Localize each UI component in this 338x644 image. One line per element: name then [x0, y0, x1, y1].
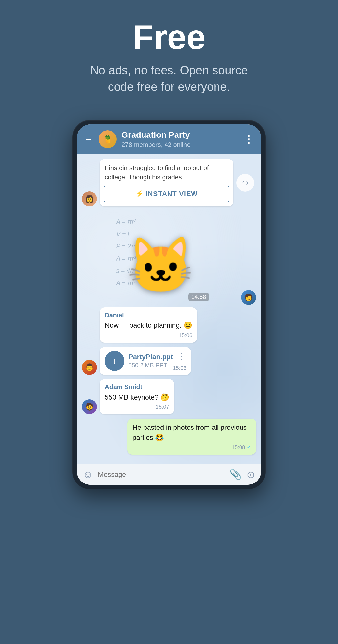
sticker-area: A = πr² V = l³ P = 2πr A = πr² s = √(r²+… [109, 211, 213, 305]
avatar-image: 🍍 [99, 130, 117, 148]
share-button[interactable]: ↪ [236, 174, 254, 192]
avatar-emoji: 🧔 [85, 403, 94, 411]
instant-view-button[interactable]: ⚡ INSTANT VIEW [104, 186, 229, 202]
message-time: 15:06 [105, 332, 192, 338]
message-text: 550 MB keynote? 🤔 [105, 392, 169, 402]
read-checkmark: ✓ [247, 444, 251, 450]
avatar-spacer [82, 328, 97, 342]
own-message-text: He pasted in photos from all previous pa… [132, 422, 251, 443]
hero-section: Free No ads, no fees. Open source code f… [0, 0, 338, 110]
message-sender: Daniel [105, 311, 192, 319]
message-row: 👩 Einstein struggled to find a job out o… [82, 159, 256, 206]
cat-sticker: 🐱 [127, 234, 195, 298]
chat-status: 278 members, 42 online [121, 141, 239, 148]
phone-screen: ← 🍍 Graduation Party 278 members, 42 onl… [77, 124, 261, 485]
avatar: 👩 [82, 192, 97, 206]
avatar-emoji: 👨 [85, 363, 94, 371]
link-preview-text: Einstein struggled to find a job out of … [100, 159, 233, 186]
chat-info: Graduation Party 278 members, 42 online [121, 130, 239, 148]
chat-name: Graduation Party [121, 130, 239, 140]
own-message-time: 15:08 ✓ [132, 444, 251, 450]
file-menu-button[interactable]: ⋮ [177, 351, 186, 362]
message-bubble: Daniel Now — back to planning. 😉 15:06 [100, 308, 197, 342]
avatar-man2: 👨 [82, 360, 97, 375]
file-download-button[interactable]: ↓ [105, 351, 124, 371]
link-preview-bubble: Einstein struggled to find a job out of … [100, 159, 233, 206]
message-sender: Adam Smidt [105, 383, 169, 391]
avatar-man1: 🧑 [241, 290, 256, 305]
phone-container: ← 🍍 Graduation Party 278 members, 42 onl… [72, 120, 266, 489]
file-time: 15:06 [173, 365, 186, 371]
chat-header: ← 🍍 Graduation Party 278 members, 42 onl… [77, 124, 261, 154]
emoji-button[interactable]: ☺ [83, 469, 93, 480]
hero-title: Free [132, 20, 206, 54]
attach-button[interactable]: 📎 [229, 469, 242, 480]
file-bubble: ↓ PartyPlan.ppt 550.2 MB PPT ⋮ 15:06 [100, 347, 191, 375]
own-message-row: He pasted in photos from all previous pa… [82, 418, 256, 454]
instant-view-icon: ⚡ [135, 190, 143, 198]
file-size: 550.2 MB PPT [128, 362, 173, 369]
phone-shell: ← 🍍 Graduation Party 278 members, 42 onl… [72, 120, 266, 489]
download-icon: ↓ [112, 356, 117, 366]
chat-input-bar: ☺ 📎 ⊙ [77, 464, 261, 485]
own-message-bubble: He pasted in photos from all previous pa… [127, 418, 256, 454]
message-time: 15:07 [105, 404, 169, 410]
file-info: PartyPlan.ppt 550.2 MB PPT [128, 353, 173, 369]
sticker-time: 14:58 [188, 292, 209, 302]
message-row: Daniel Now — back to planning. 😉 15:06 [82, 308, 256, 342]
file-name: PartyPlan.ppt [128, 353, 173, 361]
chat-body: 👩 Einstein struggled to find a job out o… [77, 154, 261, 464]
hero-subtitle: No ads, no fees. Open source code free f… [82, 62, 256, 95]
chat-menu-button[interactable]: ⋮ [244, 134, 254, 145]
back-button[interactable]: ← [84, 134, 93, 144]
instant-view-label: INSTANT VIEW [146, 190, 198, 198]
avatar-emoji: 👩 [85, 195, 94, 203]
message-bubble: Adam Smidt 550 MB keynote? 🤔 15:07 [100, 379, 174, 414]
message-input[interactable] [98, 470, 224, 478]
message-row: 👨 ↓ PartyPlan.ppt 550.2 MB PPT ⋮ 15:06 [82, 347, 256, 375]
message-row: 🧔 Adam Smidt 550 MB keynote? 🤔 15:07 [82, 379, 256, 414]
message-text: Now — back to planning. 😉 [105, 320, 192, 331]
sticker-row: A = πr² V = l³ P = 2πr A = πr² s = √(r²+… [82, 211, 256, 305]
group-avatar: 🍍 [99, 130, 117, 148]
avatar-man3: 🧔 [82, 399, 97, 414]
avatar-emoji: 🧑 [245, 293, 253, 302]
camera-button[interactable]: ⊙ [247, 469, 255, 480]
